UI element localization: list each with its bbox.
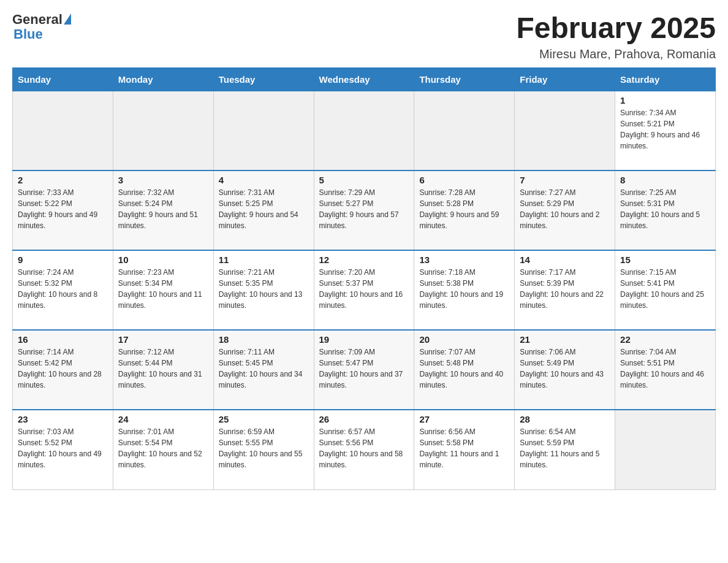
- day-info: Sunrise: 7:27 AMSunset: 5:29 PMDaylight:…: [520, 187, 610, 231]
- calendar-table: SundayMondayTuesdayWednesdayThursdayFrid…: [12, 67, 716, 490]
- day-info: Sunrise: 7:24 AMSunset: 5:32 PMDaylight:…: [18, 267, 108, 311]
- day-info: Sunrise: 7:25 AMSunset: 5:31 PMDaylight:…: [620, 187, 710, 231]
- day-info: Sunrise: 7:01 AMSunset: 5:54 PMDaylight:…: [118, 426, 208, 470]
- day-number: 20: [419, 334, 509, 345]
- day-info: Sunrise: 7:04 AMSunset: 5:51 PMDaylight:…: [620, 347, 710, 391]
- calendar-cell: 7Sunrise: 7:27 AMSunset: 5:29 PMDaylight…: [515, 170, 615, 250]
- logo-blue-text: Blue: [13, 27, 43, 42]
- day-info: Sunrise: 7:28 AMSunset: 5:28 PMDaylight:…: [419, 187, 509, 231]
- day-number: 21: [520, 334, 610, 345]
- day-number: 12: [319, 255, 409, 265]
- calendar-cell: 24Sunrise: 7:01 AMSunset: 5:54 PMDayligh…: [113, 410, 213, 489]
- calendar-cell: 6Sunrise: 7:28 AMSunset: 5:28 PMDaylight…: [414, 170, 515, 250]
- day-number: 4: [219, 175, 309, 185]
- calendar-cell: [414, 91, 515, 170]
- calendar-cell: 25Sunrise: 6:59 AMSunset: 5:55 PMDayligh…: [213, 410, 314, 489]
- calendar-cell: 18Sunrise: 7:11 AMSunset: 5:45 PMDayligh…: [213, 330, 314, 410]
- day-header-friday: Friday: [515, 67, 615, 91]
- day-info: Sunrise: 7:09 AMSunset: 5:47 PMDaylight:…: [319, 347, 409, 391]
- day-header-sunday: Sunday: [13, 67, 113, 91]
- calendar-cell: 12Sunrise: 7:20 AMSunset: 5:37 PMDayligh…: [314, 250, 414, 330]
- calendar-cell: [13, 91, 113, 170]
- day-number: 13: [419, 255, 509, 265]
- calendar-title: February 2025: [516, 12, 716, 45]
- calendar-cell: 3Sunrise: 7:32 AMSunset: 5:24 PMDaylight…: [113, 170, 213, 250]
- day-number: 15: [620, 255, 710, 265]
- day-info: Sunrise: 7:11 AMSunset: 5:45 PMDaylight:…: [219, 347, 309, 391]
- logo: General Blue: [12, 12, 71, 42]
- day-info: Sunrise: 7:15 AMSunset: 5:41 PMDaylight:…: [620, 267, 710, 311]
- calendar-cell: 15Sunrise: 7:15 AMSunset: 5:41 PMDayligh…: [615, 250, 716, 330]
- day-number: 11: [219, 255, 309, 265]
- calendar-cell: 5Sunrise: 7:29 AMSunset: 5:27 PMDaylight…: [314, 170, 414, 250]
- logo-triangle-icon: [64, 13, 71, 25]
- calendar-cell: 2Sunrise: 7:33 AMSunset: 5:22 PMDaylight…: [13, 170, 113, 250]
- day-number: 6: [419, 175, 509, 185]
- day-number: 18: [219, 334, 309, 345]
- day-info: Sunrise: 6:54 AMSunset: 5:59 PMDaylight:…: [520, 426, 610, 470]
- day-info: Sunrise: 7:14 AMSunset: 5:42 PMDaylight:…: [18, 347, 108, 391]
- day-header-saturday: Saturday: [615, 67, 716, 91]
- day-info: Sunrise: 7:34 AMSunset: 5:21 PMDaylight:…: [620, 107, 710, 151]
- day-info: Sunrise: 7:32 AMSunset: 5:24 PMDaylight:…: [118, 187, 208, 231]
- day-info: Sunrise: 6:56 AMSunset: 5:58 PMDaylight:…: [419, 426, 509, 470]
- calendar-cell: 4Sunrise: 7:31 AMSunset: 5:25 PMDaylight…: [213, 170, 314, 250]
- calendar-cell: 23Sunrise: 7:03 AMSunset: 5:52 PMDayligh…: [13, 410, 113, 489]
- day-info: Sunrise: 7:18 AMSunset: 5:38 PMDaylight:…: [419, 267, 509, 311]
- day-number: 10: [118, 255, 208, 265]
- day-number: 2: [18, 175, 108, 185]
- calendar-cell: 20Sunrise: 7:07 AMSunset: 5:48 PMDayligh…: [414, 330, 515, 410]
- page-header: General Blue February 2025 Miresu Mare, …: [12, 12, 716, 61]
- day-header-thursday: Thursday: [414, 67, 515, 91]
- day-number: 19: [319, 334, 409, 345]
- day-info: Sunrise: 7:23 AMSunset: 5:34 PMDaylight:…: [118, 267, 208, 311]
- day-info: Sunrise: 7:31 AMSunset: 5:25 PMDaylight:…: [219, 187, 309, 231]
- day-info: Sunrise: 7:07 AMSunset: 5:48 PMDaylight:…: [419, 347, 509, 391]
- title-section: February 2025 Miresu Mare, Prahova, Roma…: [516, 12, 716, 61]
- day-number: 16: [18, 334, 108, 345]
- calendar-cell: 9Sunrise: 7:24 AMSunset: 5:32 PMDaylight…: [13, 250, 113, 330]
- day-number: 25: [219, 414, 309, 424]
- calendar-cell: 27Sunrise: 6:56 AMSunset: 5:58 PMDayligh…: [414, 410, 515, 489]
- day-number: 3: [118, 175, 208, 185]
- week-row-1: 1Sunrise: 7:34 AMSunset: 5:21 PMDaylight…: [13, 91, 716, 170]
- day-info: Sunrise: 7:20 AMSunset: 5:37 PMDaylight:…: [319, 267, 409, 311]
- calendar-cell: 28Sunrise: 6:54 AMSunset: 5:59 PMDayligh…: [515, 410, 615, 489]
- day-number: 28: [520, 414, 610, 424]
- calendar-subtitle: Miresu Mare, Prahova, Romania: [516, 47, 716, 61]
- calendar-cell: [113, 91, 213, 170]
- day-info: Sunrise: 7:06 AMSunset: 5:49 PMDaylight:…: [520, 347, 610, 391]
- day-number: 14: [520, 255, 610, 265]
- week-row-5: 23Sunrise: 7:03 AMSunset: 5:52 PMDayligh…: [13, 410, 716, 489]
- days-header-row: SundayMondayTuesdayWednesdayThursdayFrid…: [13, 67, 716, 91]
- calendar-cell: 8Sunrise: 7:25 AMSunset: 5:31 PMDaylight…: [615, 170, 716, 250]
- day-number: 9: [18, 255, 108, 265]
- day-info: Sunrise: 7:17 AMSunset: 5:39 PMDaylight:…: [520, 267, 610, 311]
- calendar-cell: 13Sunrise: 7:18 AMSunset: 5:38 PMDayligh…: [414, 250, 515, 330]
- day-info: Sunrise: 7:12 AMSunset: 5:44 PMDaylight:…: [118, 347, 208, 391]
- calendar-cell: 1Sunrise: 7:34 AMSunset: 5:21 PMDaylight…: [615, 91, 716, 170]
- calendar-cell: 26Sunrise: 6:57 AMSunset: 5:56 PMDayligh…: [314, 410, 414, 489]
- calendar-cell: 22Sunrise: 7:04 AMSunset: 5:51 PMDayligh…: [615, 330, 716, 410]
- day-info: Sunrise: 7:03 AMSunset: 5:52 PMDaylight:…: [18, 426, 108, 470]
- calendar-cell: [314, 91, 414, 170]
- calendar-cell: 19Sunrise: 7:09 AMSunset: 5:47 PMDayligh…: [314, 330, 414, 410]
- day-number: 24: [118, 414, 208, 424]
- day-number: 5: [319, 175, 409, 185]
- calendar-cell: 11Sunrise: 7:21 AMSunset: 5:35 PMDayligh…: [213, 250, 314, 330]
- day-info: Sunrise: 6:57 AMSunset: 5:56 PMDaylight:…: [319, 426, 409, 470]
- calendar-cell: 14Sunrise: 7:17 AMSunset: 5:39 PMDayligh…: [515, 250, 615, 330]
- day-header-wednesday: Wednesday: [314, 67, 414, 91]
- calendar-cell: 17Sunrise: 7:12 AMSunset: 5:44 PMDayligh…: [113, 330, 213, 410]
- week-row-3: 9Sunrise: 7:24 AMSunset: 5:32 PMDaylight…: [13, 250, 716, 330]
- day-info: Sunrise: 6:59 AMSunset: 5:55 PMDaylight:…: [219, 426, 309, 470]
- day-number: 7: [520, 175, 610, 185]
- week-row-2: 2Sunrise: 7:33 AMSunset: 5:22 PMDaylight…: [13, 170, 716, 250]
- calendar-cell: 16Sunrise: 7:14 AMSunset: 5:42 PMDayligh…: [13, 330, 113, 410]
- calendar-cell: [213, 91, 314, 170]
- day-number: 8: [620, 175, 710, 185]
- day-number: 27: [419, 414, 509, 424]
- calendar-cell: 10Sunrise: 7:23 AMSunset: 5:34 PMDayligh…: [113, 250, 213, 330]
- logo-general-text: General: [12, 12, 63, 27]
- day-number: 1: [620, 95, 710, 105]
